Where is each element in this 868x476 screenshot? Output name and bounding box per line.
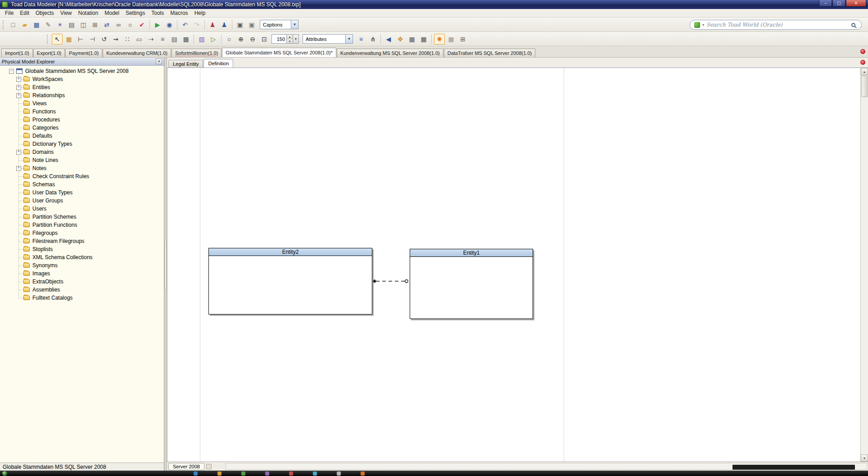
entity-tool-icon[interactable]: ▦ xyxy=(63,34,74,45)
undo-icon[interactable]: ↶ xyxy=(180,19,190,30)
taskbar-app-icon[interactable] xyxy=(313,472,317,476)
note-tool-icon[interactable]: ▭ xyxy=(134,34,145,45)
model-tab-kundeverwaltung-crm-1-0[interactable]: Kundeverwaltung CRM(1.0) xyxy=(103,49,171,57)
menu-notation[interactable]: Notation xyxy=(75,9,102,17)
tree-item-users[interactable]: + Users xyxy=(0,205,164,213)
tree-item-views[interactable]: + Views xyxy=(0,99,164,108)
tree-item-stoplists[interactable]: + Stoplists xyxy=(0,245,164,253)
menu-help[interactable]: Help xyxy=(191,9,209,17)
tree-item-dictionary-types[interactable]: + Dictionary Types xyxy=(0,140,164,148)
generate-report-icon[interactable]: ◉ xyxy=(164,19,175,30)
close-icon[interactable]: ✕ xyxy=(156,58,162,64)
tree-item-extraobjects[interactable]: + ExtraObjects xyxy=(0,278,164,286)
error-indicator-icon[interactable] xyxy=(860,60,865,65)
collapse-icon[interactable]: − xyxy=(9,69,14,74)
toolbar-grip-icon[interactable] xyxy=(3,20,5,29)
menu-model[interactable]: Model xyxy=(101,9,122,17)
menu-settings[interactable]: Settings xyxy=(122,9,148,17)
taskbar-app-icon[interactable] xyxy=(241,472,245,476)
model-tab-kundenverwaltung-ms-sql-server-2008-1-0[interactable]: Kundenverwaltung MS SQL Server 2008(1.0) xyxy=(337,49,443,57)
workspace-tab-legal-entity[interactable]: Legal Entity xyxy=(168,60,203,67)
close-button[interactable]: ✕ xyxy=(846,0,866,7)
captions-dropdown[interactable]: Captions ▼ xyxy=(260,20,298,29)
menu-macros[interactable]: Macros xyxy=(167,9,191,17)
entity-title[interactable]: Entity1 xyxy=(410,249,533,257)
tree-item-defaults[interactable]: + Defaults xyxy=(0,132,164,140)
auto-layout-icon[interactable]: ✺ xyxy=(434,34,445,45)
redo-icon[interactable]: ↷ xyxy=(191,19,202,30)
model-tab-datatrafser-ms-sql-server-2008-1-0[interactable]: DataTrafser MS SQL Server 2008(1.0) xyxy=(444,49,535,57)
snap-to-grid-icon[interactable]: ⊞ xyxy=(457,34,468,45)
diagram-canvas[interactable]: Entity2 Entity1 xyxy=(167,68,860,462)
model-tab-sofortmillionen-1-0[interactable]: Sofortmillionen(1.0) xyxy=(172,49,222,57)
attribute-list-icon[interactable]: ≡ xyxy=(356,34,366,45)
zoom-in-icon[interactable]: ⊕ xyxy=(235,34,246,45)
search-input[interactable] xyxy=(706,22,849,28)
taskbar-app-icon[interactable] xyxy=(265,472,269,476)
tree-item-functions[interactable]: + Functions xyxy=(0,108,164,116)
tree-item-domains[interactable]: + Domains xyxy=(0,148,164,156)
workspace-run-icon[interactable]: ▷ xyxy=(208,34,219,45)
zoom-value-input[interactable] xyxy=(271,34,287,44)
grid-properties-icon[interactable]: ▩ xyxy=(418,34,429,45)
copy-model-icon[interactable]: ⊞ xyxy=(90,19,100,30)
scrollbar-track[interactable] xyxy=(861,98,868,454)
self-relationship-tool-icon[interactable]: ↺ xyxy=(99,34,109,45)
maximize-button[interactable]: ▢ xyxy=(832,0,845,7)
expand-icon[interactable]: + xyxy=(16,93,21,98)
start-button-icon[interactable] xyxy=(2,471,7,476)
tree-item-xml-schema-collections[interactable]: + XML Schema Collections xyxy=(0,253,164,261)
error-indicator-icon[interactable] xyxy=(860,49,865,54)
small-grid-icon[interactable]: ▦ xyxy=(407,34,417,45)
print-icon[interactable]: ▤ xyxy=(66,19,77,30)
window-tile-icon[interactable]: ▣ xyxy=(246,19,257,30)
checked-out-user-icon[interactable]: ♟ xyxy=(207,19,218,30)
expand-icon[interactable]: + xyxy=(16,77,21,82)
zoom-fit-icon[interactable]: ⊡ xyxy=(259,34,270,45)
scrollbar-thumb[interactable] xyxy=(861,76,868,97)
tree-item-procedures[interactable]: + Procedures xyxy=(0,116,164,124)
workspace-format-icon[interactable]: ▧ xyxy=(196,34,207,45)
chevron-down-icon[interactable]: ▼ xyxy=(291,20,298,29)
tree-item-partition-schemes[interactable]: + Partition Schemes xyxy=(0,213,164,221)
model-tab-export-1-0[interactable]: Export(1.0) xyxy=(33,49,65,57)
horizontal-scrollbar[interactable] xyxy=(226,463,867,470)
expand-icon[interactable]: + xyxy=(16,85,21,90)
dotted-line-tool-icon[interactable]: ∷ xyxy=(122,34,133,45)
window-cascade-icon[interactable]: ▣ xyxy=(235,19,245,30)
tree-item-note-lines[interactable]: + Note Lines xyxy=(0,156,164,164)
toolbar-grip-icon[interactable] xyxy=(47,35,49,44)
menu-edit[interactable]: Edit xyxy=(17,9,32,17)
model-tab-import-1-0[interactable]: Import(1.0) xyxy=(1,49,33,57)
search-icon[interactable] xyxy=(851,23,855,27)
sheet-scroll-button[interactable] xyxy=(206,464,212,469)
menu-view[interactable]: View xyxy=(57,9,75,17)
menu-file[interactable]: File xyxy=(2,9,17,17)
verify-model-icon[interactable]: ✔ xyxy=(136,19,147,30)
workspace-tab-definition[interactable]: Definition xyxy=(203,59,233,67)
tree-item-filestream-filegroups[interactable]: + Filestream Filegroups xyxy=(0,237,164,245)
vertical-scrollbar[interactable]: ▲ ▼ xyxy=(860,68,868,462)
identifying-relationship-tool-icon[interactable]: ⊢ xyxy=(75,34,86,45)
user-groups-icon[interactable]: ♟ xyxy=(219,19,230,30)
pan-tool-icon[interactable]: ✥ xyxy=(395,34,406,45)
taskbar-app-icon[interactable] xyxy=(361,472,365,476)
tree-item-check-constraint-rules[interactable]: + Check Constraint Rules xyxy=(0,172,164,180)
minimize-button[interactable]: – xyxy=(819,0,832,7)
tree-item-synonyms[interactable]: + Synonyms xyxy=(0,261,164,269)
scrollbar-thumb[interactable] xyxy=(732,465,855,470)
tree-item-relationships[interactable]: + Relationships xyxy=(0,91,164,99)
find-icon[interactable]: ○ xyxy=(125,19,136,30)
menu-objects[interactable]: Objects xyxy=(32,9,57,17)
navigate-back-icon[interactable]: ◀ xyxy=(383,34,394,45)
title-block-tool-icon[interactable]: ▤ xyxy=(169,34,180,45)
expand-icon[interactable]: + xyxy=(16,150,21,155)
sync-model-icon[interactable]: ∞ xyxy=(113,19,124,30)
tree-item-notes[interactable]: + Notes xyxy=(0,164,164,172)
model-tab-globale-stammdaten-ms-sql-server-2008-1-0[interactable]: Globale Stammdaten MS SQL Server 2008(1.… xyxy=(222,48,336,57)
relationship-line[interactable] xyxy=(372,277,410,286)
zoom-decrease-icon[interactable]: ▼ xyxy=(287,39,293,43)
model-wizard-icon[interactable]: ✶ xyxy=(54,19,65,30)
non-identifying-relationship-tool-icon[interactable]: ⊣ xyxy=(87,34,98,45)
tree-item-partition-functions[interactable]: + Partition Functions xyxy=(0,221,164,229)
